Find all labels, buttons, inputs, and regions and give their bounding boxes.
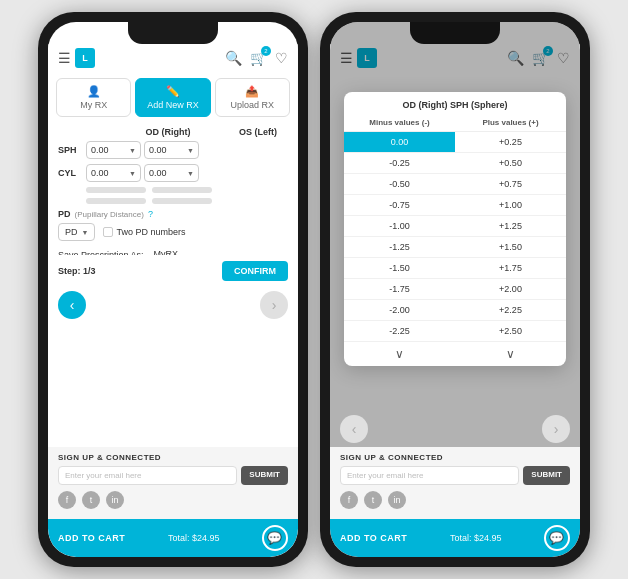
facebook-icon-2[interactable]: f [340, 491, 358, 509]
email-placeholder-1: Enter your email here [65, 471, 141, 480]
step-bar: Step: 1/3 CONFIRM [48, 255, 298, 287]
plus-header: Plus values (+) [455, 114, 566, 132]
cart-icon-badge[interactable]: 🛒 2 [250, 50, 267, 66]
phone-2-screen: ☰ L 🔍 🛒 2 ♡ OD (Right) SPH [330, 22, 580, 557]
cyl-od-select[interactable]: 0.00 ▼ [86, 164, 141, 182]
two-pd-check[interactable]: Two PD numbers [103, 227, 185, 237]
step-text: Step: 1/3 [58, 266, 96, 276]
footer-2: SIGN UP & CONNECTED Enter your email her… [330, 447, 580, 519]
email-placeholder-2: Enter your email here [347, 471, 423, 480]
pd-sub: (Pupillary Distance) [75, 210, 144, 219]
cyl-od-value: 0.00 [91, 168, 109, 178]
plus-item-7[interactable]: +2.00 [455, 279, 566, 300]
minus-chevron-down[interactable]: ∨ [344, 342, 455, 366]
od-header: OD (Right) [138, 127, 198, 137]
two-pd-label: Two PD numbers [116, 227, 185, 237]
add-rx-icon: ✏️ [140, 85, 205, 98]
plus-item-8[interactable]: +2.25 [455, 300, 566, 321]
signup-title-1: SIGN UP & CONNECTED [58, 453, 288, 462]
plus-item-1[interactable]: +0.50 [455, 153, 566, 174]
help-icon[interactable]: ? [148, 209, 153, 219]
twitter-icon[interactable]: t [82, 491, 100, 509]
sph-os-select[interactable]: 0.00 ▼ [144, 141, 199, 159]
phone-1: ☰ L 🔍 🛒 2 ♡ [38, 12, 308, 567]
prev-arrow-2[interactable]: ‹ [340, 415, 368, 443]
plus-chevron-down[interactable]: ∨ [455, 342, 566, 366]
email-input-2[interactable]: Enter your email here [340, 466, 519, 485]
minus-item-8[interactable]: -2.00 [344, 300, 455, 321]
phone-1-notch [128, 22, 218, 44]
facebook-icon[interactable]: f [58, 491, 76, 509]
form-header-row: OD (Right) OS (Left) [58, 127, 288, 137]
plus-item-2[interactable]: +0.75 [455, 174, 566, 195]
minus-item-5[interactable]: -1.25 [344, 237, 455, 258]
minus-item-2[interactable]: -0.50 [344, 174, 455, 195]
minus-item-7[interactable]: -1.75 [344, 279, 455, 300]
plus-item-4[interactable]: +1.25 [455, 216, 566, 237]
phone-1-screen: ☰ L 🔍 🛒 2 ♡ [48, 22, 298, 557]
total-2: Total: $24.95 [450, 533, 502, 543]
save-input[interactable]: MyRX [150, 247, 210, 255]
plus-item-5[interactable]: +1.50 [455, 237, 566, 258]
cyl-od-group: 0.00 ▼ 0.00 ▼ [86, 164, 288, 182]
footer-1: SIGN UP & CONNECTED Enter your email her… [48, 447, 298, 519]
minus-item-4[interactable]: -1.00 [344, 216, 455, 237]
confirm-button[interactable]: CONFIRM [222, 261, 288, 281]
top-bar-right-1: 🔍 🛒 2 ♡ [225, 50, 288, 66]
hamburger-icon[interactable]: ☰ [58, 50, 71, 66]
cyl-os-select[interactable]: 0.00 ▼ [144, 164, 199, 182]
plus-item-0[interactable]: +0.25 [455, 132, 566, 153]
email-input-1[interactable]: Enter your email here [58, 466, 237, 485]
prev-arrow[interactable]: ‹ [58, 291, 86, 319]
add-btn-os-2[interactable] [152, 198, 212, 204]
os-header: OS (Left) [228, 127, 288, 137]
my-rx-icon: 👤 [61, 85, 126, 98]
sph-od-select[interactable]: 0.00 ▼ [86, 141, 141, 159]
add-btn-os-1[interactable] [152, 187, 212, 193]
minus-item-3[interactable]: -0.75 [344, 195, 455, 216]
save-row: Save Prescription As: MyRX [58, 247, 288, 255]
minus-item-6[interactable]: -1.50 [344, 258, 455, 279]
cart-badge: 2 [261, 46, 271, 56]
chat-bubble-2[interactable]: 💬 [544, 525, 570, 551]
two-pd-checkbox[interactable] [103, 227, 113, 237]
instagram-icon[interactable]: in [106, 491, 124, 509]
twitter-icon-2[interactable]: t [364, 491, 382, 509]
add-btn-od-1[interactable] [86, 187, 146, 193]
pd-select[interactable]: PD ▼ [58, 223, 95, 241]
pd-label: PD [58, 209, 71, 219]
next-arrow-2[interactable]: › [542, 415, 570, 443]
minus-item-9[interactable]: -2.25 [344, 321, 455, 342]
next-arrow[interactable]: › [260, 291, 288, 319]
bottom-bar-1: ADD TO CART Total: $24.95 💬 [48, 519, 298, 557]
submit-button-2[interactable]: SUBMIT [523, 466, 570, 485]
minus-column: Minus values (-) 0.00 -0.25 -0.50 -0.75 … [344, 114, 455, 366]
top-bar-left-1: ☰ L [58, 48, 95, 68]
rx-form: OD (Right) OS (Left) SPH 0.00 ▼ 0.00 ▼ [48, 123, 298, 255]
plus-column: Plus values (+) +0.25 +0.50 +0.75 +1.00 … [455, 114, 566, 366]
total-1: Total: $24.95 [168, 533, 220, 543]
add-to-cart-1[interactable]: ADD TO CART [58, 533, 125, 543]
minus-item-0[interactable]: 0.00 [344, 132, 455, 153]
plus-item-9[interactable]: +2.50 [455, 321, 566, 342]
sph-label: SPH [58, 145, 86, 155]
cyl-os-value: 0.00 [149, 168, 167, 178]
tab-upload-rx[interactable]: 📤 Upload RX [215, 78, 290, 117]
rx-tabs: 👤 My RX ✏️ Add New RX 📤 Upload RX [48, 72, 298, 123]
tab-add-new-rx[interactable]: ✏️ Add New RX [135, 78, 210, 117]
nav-arrows-1: ‹ › [48, 287, 298, 323]
sph-od-value: 0.00 [91, 145, 109, 155]
instagram-icon-2[interactable]: in [388, 491, 406, 509]
heart-icon-badge[interactable]: ♡ [275, 50, 288, 66]
plus-item-6[interactable]: +1.75 [455, 258, 566, 279]
plus-item-3[interactable]: +1.00 [455, 195, 566, 216]
email-row-1: Enter your email here SUBMIT [58, 466, 288, 485]
pd-select-arrow: ▼ [82, 229, 89, 236]
add-to-cart-2[interactable]: ADD TO CART [340, 533, 407, 543]
chat-bubble-1[interactable]: 💬 [262, 525, 288, 551]
minus-item-1[interactable]: -0.25 [344, 153, 455, 174]
add-btn-od-2[interactable] [86, 198, 146, 204]
search-icon-badge[interactable]: 🔍 [225, 50, 242, 66]
tab-my-rx[interactable]: 👤 My RX [56, 78, 131, 117]
submit-button-1[interactable]: SUBMIT [241, 466, 288, 485]
